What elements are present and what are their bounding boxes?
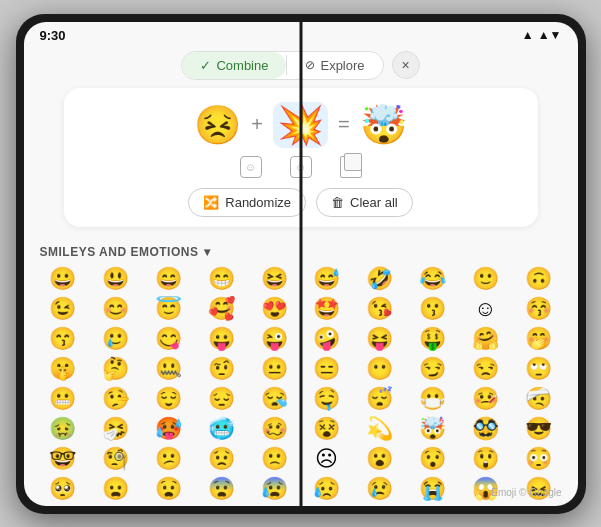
emoji-cell[interactable]: 🤯	[407, 415, 458, 443]
emoji-cell[interactable]: 😥	[301, 475, 352, 503]
emoji-cell[interactable]: 😂	[407, 265, 458, 293]
emoji-cell[interactable]: 🤣	[354, 265, 405, 293]
emoji-cell[interactable]: 😪	[249, 385, 300, 413]
emoji-cell[interactable]: 😄	[143, 265, 194, 293]
emoji-cell[interactable]: 😲	[460, 445, 511, 473]
emoji-cell[interactable]: 😭	[407, 475, 458, 503]
close-icon: ×	[401, 57, 409, 73]
emoji-cell[interactable]: 💫	[354, 415, 405, 443]
emoji-cell[interactable]: 🤒	[460, 385, 511, 413]
emoji-cell[interactable]: 😳	[513, 445, 564, 473]
emoji-cell[interactable]: 🥰	[196, 295, 247, 323]
emoji-cell[interactable]: 😍	[249, 295, 300, 323]
close-button[interactable]: ×	[392, 51, 420, 79]
emoji-cell[interactable]: 😇	[143, 295, 194, 323]
clear-all-label: Clear all	[350, 195, 398, 210]
randomize-button[interactable]: 🔀 Randomize	[188, 188, 306, 217]
emoji-cell[interactable]: 🥶	[196, 415, 247, 443]
emoji-cell[interactable]: 😰	[249, 475, 300, 503]
emoji-cell[interactable]: 😓	[143, 505, 194, 506]
emoji-cell[interactable]: 😡	[407, 505, 458, 506]
emoji-cell[interactable]: 🤭	[513, 325, 564, 353]
emoji-cell[interactable]: 🙁	[249, 445, 300, 473]
emoji-cell[interactable]: 🤫	[38, 355, 89, 383]
emoji-cell[interactable]: 🤢	[38, 415, 89, 443]
emoji-cell[interactable]: 😤	[354, 505, 405, 506]
emoji-cell[interactable]: 🤨	[196, 355, 247, 383]
emoji-cell[interactable]: 😑	[301, 355, 352, 383]
emoji-cell[interactable]: 🤕	[513, 385, 564, 413]
emoji-cell[interactable]: 😏	[407, 355, 458, 383]
emoji-1[interactable]: 😣	[194, 106, 241, 144]
emoji-cell[interactable]: 😗	[407, 295, 458, 323]
emoji-cell[interactable]: 😐	[249, 355, 300, 383]
emoji-cell[interactable]: 🤧	[90, 415, 141, 443]
emoji-cell[interactable]: 😨	[196, 475, 247, 503]
emoji-cell[interactable]: 🤔	[90, 355, 141, 383]
emoji-cell[interactable]: 😆	[249, 265, 300, 293]
emoji-cell[interactable]: 🥺	[38, 475, 89, 503]
signal-icon: ▲▼	[538, 28, 562, 42]
emoji-cell[interactable]: 🥵	[143, 415, 194, 443]
emoji-cell[interactable]: 🤤	[301, 385, 352, 413]
status-icons: ▲ ▲▼	[522, 28, 562, 42]
emoji-cell[interactable]: 😮	[354, 445, 405, 473]
emoji-cell[interactable]: 🤪	[301, 325, 352, 353]
emoji-cell[interactable]: 😟	[196, 445, 247, 473]
emoji-cell[interactable]: 🤐	[143, 355, 194, 383]
emoji-cell[interactable]: 😛	[196, 325, 247, 353]
section-title: SMILEYS AND EMOTIONS	[40, 245, 199, 259]
emoji-cell[interactable]: 😢	[354, 475, 405, 503]
emoji-cell[interactable]: 🙄	[513, 355, 564, 383]
emoji-cell[interactable]: 😶	[354, 355, 405, 383]
emoji-cell[interactable]: 🥲	[90, 325, 141, 353]
emoji-cell[interactable]: 😘	[354, 295, 405, 323]
emoji-cell[interactable]: 🤬	[513, 505, 564, 506]
emoji-cell[interactable]: 😧	[143, 475, 194, 503]
emoji-cell[interactable]: 😫	[249, 505, 300, 506]
emoji-cell[interactable]: 😃	[90, 265, 141, 293]
emoji-cell[interactable]: 😔	[196, 385, 247, 413]
emoji-cell[interactable]: ☹	[301, 445, 352, 473]
emoji-cell[interactable]: 🙂	[460, 265, 511, 293]
emoji-cell[interactable]: 🥱	[301, 505, 352, 506]
emoji-cell[interactable]: 😕	[143, 445, 194, 473]
emoji-cell[interactable]: 😷	[407, 385, 458, 413]
emoji-cell[interactable]: 😅	[301, 265, 352, 293]
emoji-cell[interactable]: 😦	[90, 475, 141, 503]
emoji-cell[interactable]: 😝	[354, 325, 405, 353]
emoji-cell[interactable]: 😌	[143, 385, 194, 413]
emoji-cell[interactable]: 🤩	[301, 295, 352, 323]
emoji-cell[interactable]: 😚	[513, 295, 564, 323]
emoji-cell[interactable]: 😯	[407, 445, 458, 473]
emoji-cell[interactable]: 😩	[196, 505, 247, 506]
emoji-cell[interactable]: 😋	[143, 325, 194, 353]
emoji-cell[interactable]: 🤗	[460, 325, 511, 353]
tab-combine[interactable]: ✓ Combine	[182, 52, 286, 79]
copy-icon	[340, 156, 362, 178]
emoji-cell[interactable]: ☺	[460, 295, 511, 323]
emoji-cell[interactable]: 😊	[90, 295, 141, 323]
emoji-cell[interactable]: 🥸	[460, 415, 511, 443]
emoji-cell[interactable]: 🤑	[407, 325, 458, 353]
result-emoji[interactable]: 🤯	[360, 106, 407, 144]
emoji-cell[interactable]: 🤥	[90, 385, 141, 413]
emoji-cell[interactable]: 🤓	[38, 445, 89, 473]
emoji-cell[interactable]: 😠	[460, 505, 511, 506]
emoji-cell[interactable]: 😎	[513, 415, 564, 443]
emoji-cell[interactable]: 😒	[460, 355, 511, 383]
emoji-cell[interactable]: 🧐	[90, 445, 141, 473]
emoji-cell[interactable]: 🥴	[249, 415, 300, 443]
emoji-cell[interactable]: 😁	[196, 265, 247, 293]
emoji-cell[interactable]: 😀	[38, 265, 89, 293]
emoji-cell[interactable]: 🙃	[513, 265, 564, 293]
emoji-cell[interactable]: 😉	[38, 295, 89, 323]
emoji-cell[interactable]: 😜	[249, 325, 300, 353]
emoji-cell[interactable]: 😵	[301, 415, 352, 443]
clear-all-button[interactable]: 🗑 Clear all	[316, 188, 413, 217]
emoji-cell[interactable]: 😙	[38, 325, 89, 353]
emoji-cell[interactable]: 😬	[38, 385, 89, 413]
emoji-cell[interactable]: 😣	[38, 505, 89, 506]
emoji-cell[interactable]: 😴	[354, 385, 405, 413]
emoji-cell[interactable]: 😞	[90, 505, 141, 506]
